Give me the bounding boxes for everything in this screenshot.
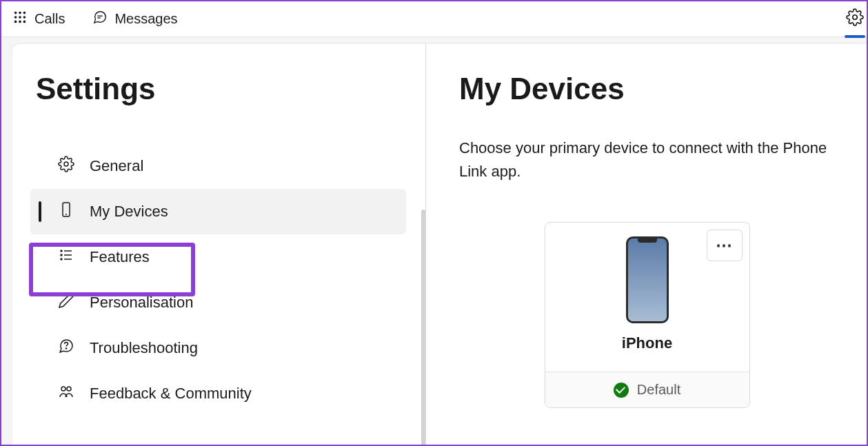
svg-point-5 (24, 17, 26, 18)
settings-gear-button[interactable] (846, 8, 864, 29)
nav-personalisation[interactable]: Personalisation (36, 280, 425, 325)
svg-point-23 (67, 387, 71, 391)
svg-point-18 (61, 250, 62, 252)
help-icon (58, 338, 74, 358)
settings-title: Settings (36, 72, 425, 106)
nav-label: Feedback & Community (90, 385, 252, 403)
messages-tab[interactable]: Messages (92, 10, 177, 28)
gear-icon (58, 156, 74, 176)
dialpad-icon (12, 10, 28, 28)
messages-label: Messages (114, 11, 177, 27)
main-panel: My Devices Choose your primary device to… (426, 44, 867, 446)
content-area: Settings General My Devices (12, 44, 867, 446)
phone-illustration (626, 236, 669, 323)
svg-point-12 (64, 162, 68, 166)
nav-label: Features (90, 248, 150, 266)
calls-tab[interactable]: Calls (12, 10, 65, 28)
device-name: iPhone (545, 334, 749, 365)
svg-point-19 (61, 254, 62, 256)
svg-point-8 (24, 21, 26, 23)
phone-icon (58, 201, 74, 222)
main-description: Choose your primary device to connect wi… (459, 136, 835, 183)
top-toolbar: Calls Messages (1, 1, 867, 37)
device-card[interactable]: ⋯ iPhone Default (545, 222, 750, 408)
nav-label: Troubleshooting (90, 339, 198, 357)
message-icon (92, 10, 108, 28)
svg-point-6 (15, 21, 17, 23)
community-icon (58, 383, 74, 404)
device-status-row: Default (545, 372, 749, 407)
device-more-button[interactable]: ⋯ (707, 230, 743, 261)
svg-point-0 (15, 12, 17, 14)
nav-label: Personalisation (90, 294, 193, 312)
svg-point-20 (61, 259, 62, 260)
nav-troubleshooting[interactable]: Troubleshooting (36, 325, 425, 371)
settings-sidebar: Settings General My Devices (12, 44, 426, 446)
svg-point-22 (61, 387, 65, 391)
svg-point-1 (19, 12, 21, 14)
sidebar-scrollbar[interactable] (421, 210, 425, 446)
check-icon (614, 383, 629, 398)
settings-active-indicator (845, 35, 865, 38)
calls-label: Calls (34, 11, 65, 27)
svg-point-2 (24, 12, 26, 14)
list-icon (58, 247, 74, 267)
pen-icon (58, 292, 74, 313)
device-status-text: Default (637, 382, 680, 398)
svg-point-11 (853, 15, 858, 20)
nav-feedback[interactable]: Feedback & Community (36, 371, 425, 416)
nav-features[interactable]: Features (36, 234, 425, 280)
main-title: My Devices (459, 72, 835, 106)
svg-point-21 (65, 348, 66, 349)
svg-point-7 (19, 21, 21, 23)
nav-my-devices[interactable]: My Devices (30, 189, 406, 234)
nav-general[interactable]: General (36, 143, 425, 189)
svg-point-4 (19, 17, 21, 18)
svg-point-3 (15, 17, 17, 18)
nav-label: My Devices (90, 203, 168, 221)
device-card-body: ⋯ iPhone (545, 223, 749, 372)
nav-label: General (90, 157, 143, 175)
